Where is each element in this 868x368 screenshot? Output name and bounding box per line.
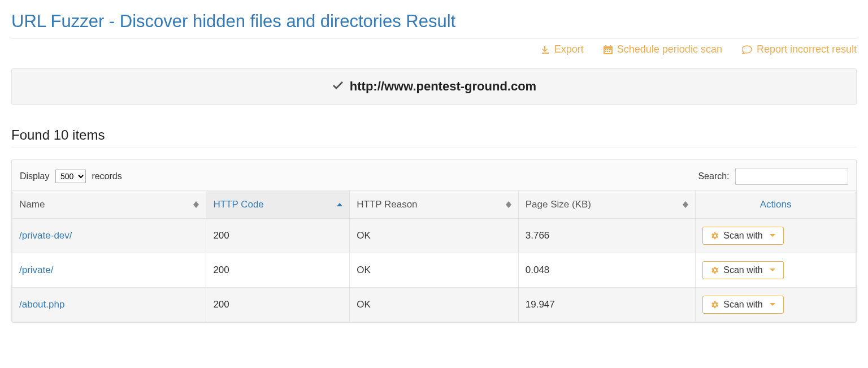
check-icon [332,81,344,92]
result-name-link[interactable]: /about.php [19,299,64,310]
gear-icon [711,301,719,309]
found-items-title: Found 10 items [11,127,857,143]
divider [11,148,857,148]
scan-with-button[interactable]: Scan with [702,261,783,279]
scan-with-button[interactable]: Scan with [702,296,783,314]
search-input[interactable] [735,168,848,185]
cell-page-size: 19.947 [518,287,696,322]
col-page-size-label: Page Size (KB) [526,199,591,210]
col-actions-label: Actions [760,199,792,210]
col-actions: Actions [696,191,856,218]
scan-with-button[interactable]: Scan with [702,227,783,245]
download-icon [541,45,550,54]
caret-down-icon [770,269,775,271]
caret-down-icon [770,234,775,237]
col-http-code[interactable]: HTTP Code [206,191,350,218]
export-link[interactable]: Export [541,44,584,55]
report-link[interactable]: Report incorrect result [742,44,857,55]
sort-asc-icon [337,203,342,206]
report-label: Report incorrect result [757,44,857,55]
page-title: URL Fuzzer - Discover hidden files and d… [11,11,857,32]
sort-icon [506,201,511,208]
target-url: http://www.pentest-ground.com [350,79,536,94]
divider [11,38,857,39]
table-row: /private-dev/200OK3.766Scan with [12,218,856,253]
search-control: Search: [698,168,848,185]
caret-down-icon [770,303,775,306]
sort-icon [683,201,688,208]
results-table-container: Display 500 records Search: Name [11,159,857,323]
cell-http-code: 200 [206,287,350,322]
col-http-reason[interactable]: HTTP Reason [350,191,519,218]
schedule-label: Schedule periodic scan [617,44,722,55]
result-name-link[interactable]: /private/ [19,265,53,275]
sort-icon [193,201,199,208]
display-records-select[interactable]: 500 [55,170,86,183]
scan-with-label: Scan with [723,265,762,275]
calendar-icon [604,45,613,54]
col-http-reason-label: HTTP Reason [357,199,417,210]
cell-http-code: 200 [206,253,350,287]
gear-icon [711,232,719,240]
cell-http-code: 200 [206,218,350,253]
search-label: Search: [698,171,729,181]
display-records-control: Display 500 records [20,170,122,183]
cell-http-reason: OK [350,218,519,253]
scan-with-label: Scan with [723,231,762,241]
col-name-label: Name [19,199,45,210]
col-page-size[interactable]: Page Size (KB) [518,191,696,218]
cell-page-size: 3.766 [518,218,696,253]
schedule-link[interactable]: Schedule periodic scan [604,44,722,55]
table-controls: Display 500 records Search: [12,160,856,191]
cell-http-reason: OK [350,287,519,322]
cell-http-reason: OK [350,253,519,287]
table-row: /private/200OK0.048Scan with [12,253,856,287]
results-table: Name HTTP Code HTTP Reason [12,191,856,322]
comment-icon [742,45,752,54]
export-label: Export [554,44,584,55]
target-box: http://www.pentest-ground.com [11,68,857,105]
display-prefix: Display [20,171,49,181]
display-suffix: records [92,171,121,181]
gear-icon [711,266,719,274]
cell-page-size: 0.048 [518,253,696,287]
table-row: /about.php200OK19.947Scan with [12,287,856,322]
result-name-link[interactable]: /private-dev/ [19,230,72,241]
col-http-code-label: HTTP Code [213,199,263,210]
scan-with-label: Scan with [723,300,762,310]
top-actions-bar: Export Schedule periodic scan Report inc… [11,44,857,57]
col-name[interactable]: Name [12,191,206,218]
